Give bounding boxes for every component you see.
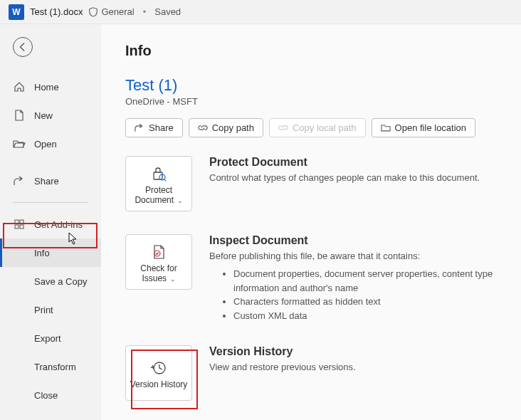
inspect-bullets: Document properties, document server pro…	[209, 267, 507, 322]
version-history-section: Version History Version History View and…	[125, 345, 521, 401]
nav-new-label: New	[34, 110, 53, 121]
share-icon	[13, 176, 26, 186]
history-clock-icon	[149, 359, 169, 377]
nav-export[interactable]: Export	[0, 324, 101, 352]
doc-filename: Test (1).docx	[30, 6, 83, 17]
copy-path-button[interactable]: Copy path	[189, 118, 263, 137]
nav-info-label: Info	[34, 248, 50, 258]
home-icon	[13, 81, 26, 93]
inspect-document-section: Check for Issues ⌄ Inspect Document Befo…	[125, 234, 521, 322]
nav-group-main: Home New Open	[0, 70, 101, 161]
version-history-label: Version History	[130, 379, 188, 389]
page-title: Info	[125, 43, 521, 59]
document-check-icon	[149, 243, 169, 261]
nav-home[interactable]: Home	[0, 73, 101, 101]
svg-rect-0	[15, 220, 19, 224]
copy-local-path-label: Copy local path	[293, 122, 357, 133]
nav-new[interactable]: New	[0, 101, 101, 130]
inspect-bullet: Characters formatted as hidden text	[233, 295, 507, 309]
nav-group-file: Get Add-ins Info Save a Copy Print Expor…	[0, 207, 101, 412]
back-button[interactable]	[13, 37, 33, 57]
inspect-title: Inspect Document	[209, 234, 507, 247]
info-action-row: Share Copy path Copy local path Open fil…	[125, 118, 521, 137]
sensitivity-label[interactable]: General	[88, 6, 134, 17]
open-location-label: Open file location	[395, 122, 466, 133]
nav-save-a-copy[interactable]: Save a Copy	[0, 267, 101, 295]
folder-open-icon	[13, 139, 26, 149]
nav-close[interactable]: Close	[0, 381, 101, 409]
inspect-bullet: Document properties, document server pro…	[233, 267, 507, 295]
nav-share[interactable]: Share	[0, 167, 101, 195]
nav-get-addins[interactable]: Get Add-ins	[0, 210, 101, 238]
word-app-icon: W	[9, 4, 24, 20]
check-for-issues-card[interactable]: Check for Issues ⌄	[125, 234, 192, 290]
document-title: Test (1)	[125, 76, 521, 95]
arrow-left-icon	[18, 42, 28, 52]
save-status: Saved	[154, 6, 181, 17]
protect-document-card[interactable]: Protect Document ⌄	[125, 156, 192, 211]
nav-home-label: Home	[34, 82, 59, 93]
inspect-bullet: Custom XML data	[233, 309, 507, 323]
document-location: OneDrive - MSFT	[125, 96, 521, 107]
doc-icon	[13, 110, 26, 121]
nav-transform-label: Transform	[34, 362, 76, 372]
share-button-label: Share	[149, 122, 174, 133]
nav-info[interactable]: Info	[0, 238, 101, 267]
titlebar: W Test (1).docx General • Saved	[0, 0, 521, 24]
nav-addins-label: Get Add-ins	[34, 219, 83, 230]
svg-rect-2	[15, 225, 19, 229]
copy-path-label: Copy path	[212, 122, 254, 133]
nav-print-label: Print	[34, 305, 53, 315]
copy-local-path-button: Copy local path	[269, 118, 366, 137]
nav-divider	[13, 202, 88, 203]
share-button[interactable]: Share	[125, 118, 183, 137]
nav-saveacopy-label: Save a Copy	[34, 276, 87, 287]
shield-outline-icon	[88, 7, 98, 17]
sensitivity-text: General	[101, 6, 134, 17]
open-file-location-button[interactable]: Open file location	[372, 118, 475, 137]
nav-share-label: Share	[34, 176, 59, 187]
info-pane: Info Test (1) OneDrive - MSFT Share Copy…	[101, 24, 521, 420]
nav-close-label: Close	[34, 390, 58, 401]
link-icon-disabled	[278, 123, 288, 132]
link-icon	[198, 123, 208, 132]
version-history-card[interactable]: Version History	[125, 345, 192, 401]
protect-document-section: Protect Document ⌄ Protect Document Cont…	[125, 156, 521, 211]
nav-export-label: Export	[34, 333, 61, 344]
share-arrow-icon	[135, 123, 144, 132]
folder-icon	[381, 123, 391, 132]
inspect-desc: Before publishing this file, be aware th…	[209, 250, 507, 263]
svg-rect-4	[154, 172, 162, 179]
svg-rect-1	[20, 220, 23, 224]
nav-open-label: Open	[34, 139, 57, 149]
chevron-down-icon: ⌄	[175, 197, 183, 204]
separator-dot: •	[143, 6, 147, 17]
svg-rect-3	[20, 225, 23, 229]
nav-open[interactable]: Open	[0, 130, 101, 158]
protect-title: Protect Document	[209, 156, 507, 169]
version-title: Version History	[209, 345, 507, 358]
backstage-sidebar: Home New Open Share	[0, 24, 101, 420]
addins-grid-icon	[13, 219, 26, 229]
chevron-down-icon: ⌄	[168, 275, 176, 283]
nav-group-share: Share	[0, 164, 101, 198]
protect-card-label: Protect Document	[135, 185, 174, 205]
protect-desc: Control what types of changes people can…	[209, 172, 507, 184]
version-desc: View and restore previous versions.	[209, 361, 507, 374]
nav-transform[interactable]: Transform	[0, 352, 101, 381]
nav-print[interactable]: Print	[0, 295, 101, 324]
lock-icon	[149, 165, 169, 182]
